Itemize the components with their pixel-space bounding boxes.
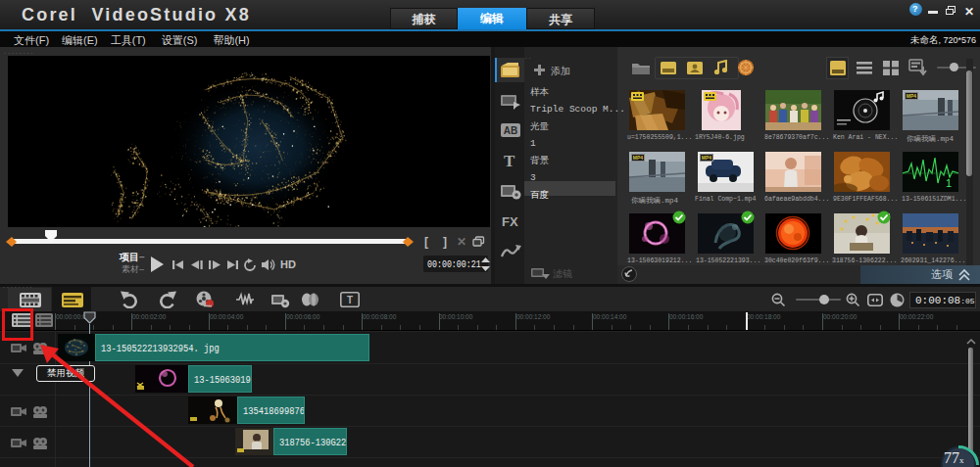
svg-text:T: T <box>347 295 353 305</box>
svg-text:1: 1 <box>946 177 952 189</box>
svg-text:AB: AB <box>504 125 517 136</box>
